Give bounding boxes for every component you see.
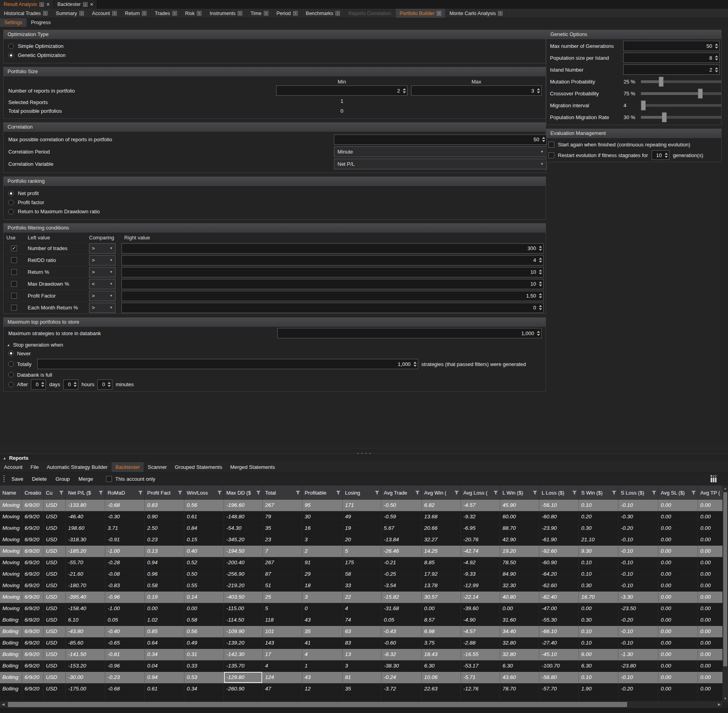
table-cell[interactable]: 6.30 <box>579 660 618 672</box>
table-cell[interactable]: 0.00 <box>658 637 698 649</box>
table-cell[interactable]: 0.34 <box>145 649 184 660</box>
island-number-spinner[interactable]: 2 <box>623 64 720 75</box>
tab-instruments[interactable]: Instruments <box>206 9 246 18</box>
table-cell[interactable]: -194.50 <box>224 546 263 557</box>
table-cell[interactable]: 0.61 <box>145 683 184 695</box>
table-cell[interactable]: USD <box>44 672 66 683</box>
popout-window-icon[interactable] <box>498 11 502 15</box>
table-cell[interactable]: -153.20 <box>66 660 105 672</box>
table-cell[interactable]: USD <box>44 523 66 534</box>
spin-down-icon[interactable] <box>539 249 542 251</box>
spinner-arrows[interactable] <box>537 328 540 338</box>
reports-tab-merged-statements[interactable]: Merged Statements <box>226 462 279 472</box>
table-cell[interactable]: 6/9/20 <box>22 557 44 569</box>
column-chooser-icon[interactable] <box>709 475 718 483</box>
table-cell[interactable]: 19.20 <box>500 546 539 557</box>
table-cell[interactable]: 17.92 <box>422 569 461 580</box>
radio-button[interactable] <box>8 191 14 196</box>
filter-use-checkbox[interactable]: ✓ <box>11 245 17 251</box>
table-cell[interactable]: 14.25 <box>422 546 461 557</box>
table-cell[interactable]: -256.90 <box>224 569 263 580</box>
table-cell[interactable]: 58 <box>343 569 381 580</box>
table-cell[interactable]: 0.10 <box>579 637 618 649</box>
table-cell[interactable]: -53.17 <box>461 660 500 672</box>
table-cell[interactable]: -158.40 <box>66 603 105 614</box>
table-cell[interactable]: 0.14 <box>184 592 224 603</box>
table-cell[interactable]: 0.00 <box>698 534 722 546</box>
table-cell[interactable]: 16.70 <box>579 592 618 603</box>
table-cell[interactable]: 43 <box>302 672 343 683</box>
filter-right-value-spinner[interactable]: 10 <box>121 279 544 289</box>
column-header-total[interactable]: Total <box>263 485 302 500</box>
table-cell[interactable]: 0.00 <box>698 614 722 626</box>
table-cell[interactable]: -129.80 <box>224 672 263 683</box>
group-button[interactable]: Group <box>51 476 74 482</box>
table-cell[interactable]: 30 <box>302 511 343 523</box>
table-cell[interactable]: -1.30 <box>618 649 658 660</box>
tab-reports-correlation[interactable]: Reports Correlation <box>344 9 395 18</box>
table-cell[interactable]: 0.00 <box>422 603 461 614</box>
reports-tab-file[interactable]: File <box>27 462 43 472</box>
table-cell[interactable]: 60.00 <box>500 511 539 523</box>
table-cell[interactable]: 0.05 <box>105 614 145 626</box>
table-row[interactable]: Bolling6/9/20USD-30.00-0.230.940.53-129.… <box>0 672 722 683</box>
table-cell[interactable]: 18 <box>302 580 343 592</box>
table-cell[interactable]: -4.57 <box>461 500 500 511</box>
popout-window-icon[interactable] <box>437 11 441 15</box>
table-cell[interactable]: 198.60 <box>66 523 105 534</box>
spinner-arrows[interactable] <box>74 380 77 389</box>
table-cell[interactable]: 0.34 <box>184 683 224 695</box>
table-cell[interactable]: 81 <box>343 672 381 683</box>
filter-funnel-icon[interactable] <box>336 491 341 495</box>
column-header-romad[interactable]: RoMaD <box>105 485 145 500</box>
spin-down-icon[interactable] <box>665 156 668 158</box>
table-cell[interactable]: 0.00 <box>698 603 722 614</box>
column-header-s-loss[interactable]: S Loss ($) <box>618 485 658 500</box>
table-cell[interactable]: Bolling <box>0 672 22 683</box>
table-cell[interactable]: -0.10 <box>618 500 658 511</box>
table-cell[interactable]: 6/9/20 <box>22 569 44 580</box>
table-cell[interactable]: 0.00 <box>145 603 184 614</box>
table-cell[interactable]: 0.33 <box>184 660 224 672</box>
table-cell[interactable]: 0.23 <box>145 534 184 546</box>
table-cell[interactable]: 6/9/20 <box>22 672 44 683</box>
spin-up-icon[interactable] <box>539 246 542 248</box>
table-cell[interactable]: -16.55 <box>461 649 500 660</box>
table-row[interactable]: Moving6/9/20USD-55.70-0.280.940.52-200.4… <box>0 557 722 569</box>
table-cell[interactable]: 0.00 <box>698 580 722 592</box>
table-cell[interactable]: 17 <box>263 649 302 660</box>
table-cell[interactable]: -0.20 <box>618 683 658 695</box>
table-cell[interactable]: -92.60 <box>539 546 579 557</box>
column-header-profitable[interactable]: Profitable <box>302 485 343 500</box>
after-radio[interactable] <box>8 382 14 387</box>
reports-splitter[interactable] <box>0 448 728 453</box>
table-cell[interactable]: -318.30 <box>66 534 105 546</box>
table-row[interactable]: Moving6/9/20USD-395.40-0.960.190.14-403.… <box>0 592 722 603</box>
spinner-arrows[interactable] <box>715 65 718 74</box>
spin-up-icon[interactable] <box>403 88 406 90</box>
table-cell[interactable]: USD <box>44 614 66 626</box>
table-cell[interactable]: 32.27 <box>422 534 461 546</box>
table-cell[interactable]: Moving <box>0 546 22 557</box>
table-cell[interactable]: 0.15 <box>184 534 224 546</box>
table-cell[interactable]: 22 <box>343 592 381 603</box>
totally-radio[interactable] <box>8 361 14 367</box>
table-cell[interactable]: 6/9/20 <box>22 511 44 523</box>
table-cell[interactable]: USD <box>44 500 66 511</box>
column-header-max-dd[interactable]: Max DD ($ <box>224 485 263 500</box>
tab-historical-trades[interactable]: Historical Trades <box>0 9 52 18</box>
popout-window-icon[interactable] <box>142 11 146 15</box>
spin-up-icon[interactable] <box>715 67 718 69</box>
column-header-losing[interactable]: Losing <box>343 485 381 500</box>
table-cell[interactable]: USD <box>44 603 66 614</box>
table-cell[interactable]: -22.14 <box>461 592 500 603</box>
table-cell[interactable]: -9.33 <box>461 569 500 580</box>
table-row[interactable]: Moving6/9/20USD-185.20-1.000.130.40-194.… <box>0 546 722 557</box>
table-cell[interactable]: 0.30 <box>579 580 618 592</box>
filter-funnel-icon[interactable] <box>256 491 261 495</box>
filter-comparator-select[interactable]: >▼ <box>89 291 116 301</box>
table-cell[interactable]: -47.00 <box>539 603 579 614</box>
table-cell[interactable]: 0.85 <box>145 626 184 637</box>
table-cell[interactable]: -0.81 <box>105 649 145 660</box>
table-cell[interactable]: 0.10 <box>579 626 618 637</box>
